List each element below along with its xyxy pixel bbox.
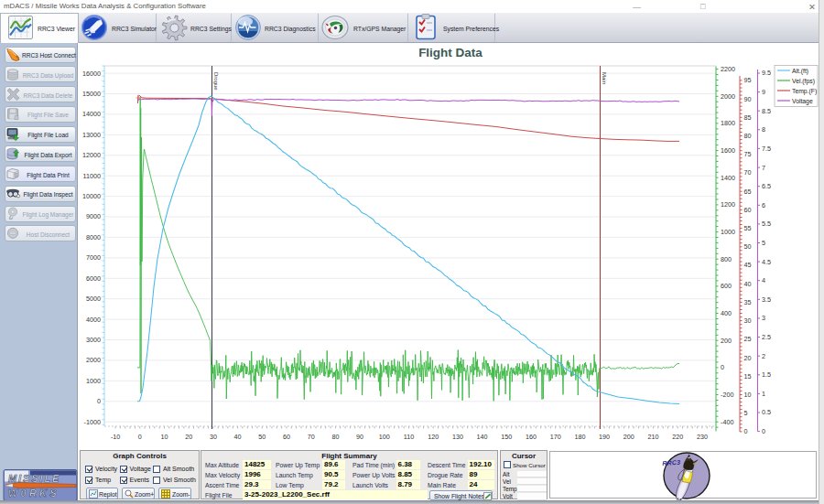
svg-text:MISSILE: MISSILE <box>8 473 60 484</box>
svg-text:RRC3: RRC3 <box>662 459 680 466</box>
svg-text:W0RKS: W0RKS <box>8 488 60 499</box>
